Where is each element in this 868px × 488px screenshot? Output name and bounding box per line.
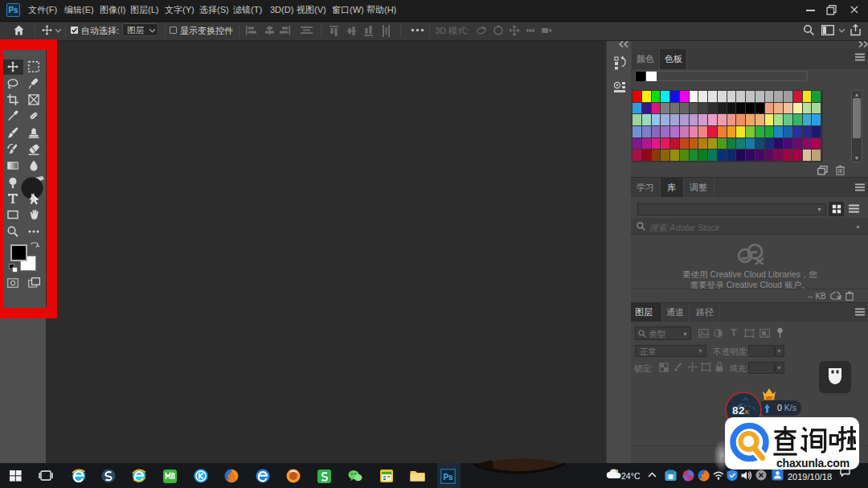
svg-text:VIP: VIP <box>766 396 772 400</box>
svg-text:Ps: Ps <box>443 473 453 482</box>
